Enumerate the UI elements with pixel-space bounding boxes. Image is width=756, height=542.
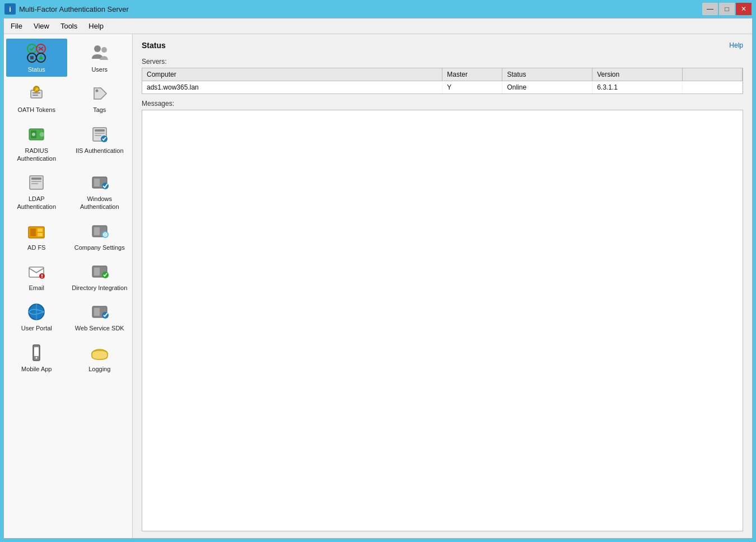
- main-panel: Status Help Servers: Computer Master Sta…: [133, 34, 752, 538]
- menu-item-tools[interactable]: Tools: [56, 20, 82, 32]
- svg-rect-30: [94, 179, 100, 186]
- svg-rect-23: [95, 135, 101, 136]
- panel-title: Status: [142, 41, 166, 50]
- logging-icon: [88, 342, 111, 364]
- cell-version: 6.3.1.1: [592, 81, 683, 94]
- windows-auth-label: Windows Authentication: [72, 195, 128, 211]
- company-settings-icon: [88, 220, 111, 242]
- company-settings-label: Company Settings: [74, 244, 125, 251]
- sidebar: Status Users 🔑 OATH Tokens Tags RADIUS A…: [4, 34, 133, 538]
- iis-auth-label: IIS Authentication: [76, 147, 124, 155]
- menu-item-view[interactable]: View: [29, 20, 54, 32]
- mobile-app-label: Mobile App: [21, 365, 52, 373]
- servers-table: Computer Master Status Version ads1.wow3…: [142, 68, 743, 94]
- col-version: Version: [592, 68, 683, 81]
- status-icon: [25, 42, 48, 64]
- svg-rect-45: [94, 268, 100, 275]
- col-master: Master: [442, 68, 502, 81]
- ad-fs-label: AD FS: [27, 244, 45, 251]
- cell-extra: [682, 81, 742, 94]
- cell-computer: ads1.wow365.lan: [142, 81, 442, 94]
- tags-label: Tags: [93, 106, 106, 114]
- sidebar-item-status[interactable]: Status: [6, 39, 67, 77]
- svg-rect-33: [30, 228, 36, 236]
- sidebar-item-users[interactable]: Users: [69, 39, 130, 77]
- sidebar-item-email[interactable]: Email: [6, 257, 67, 295]
- svg-rect-37: [94, 227, 100, 235]
- sidebar-item-company-settings[interactable]: Company Settings: [69, 217, 130, 255]
- web-service-sdk-label: Web Service SDK: [75, 324, 124, 332]
- help-link[interactable]: Help: [729, 41, 743, 49]
- sidebar-item-windows-auth[interactable]: Windows Authentication: [69, 168, 130, 214]
- svg-rect-50: [94, 308, 100, 316]
- messages-label: Messages:: [142, 100, 743, 108]
- web-service-sdk-icon: [88, 301, 111, 323]
- sidebar-item-ldap-auth[interactable]: LDAP Authentication: [6, 168, 67, 214]
- users-label: Users: [91, 66, 108, 73]
- iis-auth-icon: [88, 123, 111, 146]
- svg-text:🔑: 🔑: [34, 87, 39, 92]
- col-computer: Computer: [142, 68, 442, 81]
- col-status: Status: [502, 68, 592, 81]
- svg-rect-22: [95, 133, 105, 134]
- sidebar-item-logging[interactable]: Logging: [69, 338, 130, 376]
- col-extra: [682, 68, 742, 81]
- radius-auth-icon: [25, 123, 48, 146]
- svg-point-15: [95, 90, 98, 92]
- sidebar-item-oath-tokens[interactable]: 🔑 OATH Tokens: [6, 79, 67, 117]
- cell-master: Y: [442, 81, 502, 94]
- svg-point-43: [41, 277, 43, 278]
- sidebar-item-user-portal[interactable]: User Portal: [6, 297, 67, 335]
- svg-rect-26: [31, 177, 41, 180]
- title-bar: i Multi-Factor Authentication Server — □…: [0, 0, 756, 18]
- app-icon: i: [4, 3, 16, 15]
- svg-rect-14: [32, 95, 38, 96]
- directory-integration-icon: [88, 260, 111, 283]
- user-portal-icon: [25, 301, 48, 323]
- sidebar-item-radius-auth[interactable]: RADIUS Authentication: [6, 120, 67, 166]
- menu-item-file[interactable]: File: [6, 20, 27, 32]
- email-icon: [25, 260, 48, 283]
- svg-rect-21: [95, 129, 105, 132]
- close-button[interactable]: ✕: [736, 3, 752, 15]
- svg-point-0: [27, 44, 36, 53]
- sidebar-item-ad-fs[interactable]: AD FS: [6, 217, 67, 255]
- servers-section: Servers: Computer Master Status Version: [142, 58, 743, 94]
- content-area: Status Users 🔑 OATH Tokens Tags RADIUS A…: [4, 34, 752, 538]
- svg-point-54: [36, 357, 38, 358]
- users-icon: [88, 42, 111, 64]
- sidebar-item-tags[interactable]: Tags: [69, 79, 130, 117]
- sidebar-item-iis-auth[interactable]: IIS Authentication: [69, 120, 130, 166]
- svg-rect-42: [41, 274, 43, 277]
- oath-tokens-icon: 🔑: [25, 82, 48, 105]
- title-bar-left: i Multi-Factor Authentication Server: [4, 3, 129, 15]
- sidebar-item-web-service-sdk[interactable]: Web Service SDK: [69, 297, 130, 335]
- ad-fs-icon: [25, 220, 48, 242]
- sidebar-item-mobile-app[interactable]: Mobile App: [6, 338, 67, 376]
- window-title: Multi-Factor Authentication Server: [19, 5, 129, 13]
- radius-auth-label: RADIUS Authentication: [8, 147, 65, 163]
- menu-item-help[interactable]: Help: [84, 20, 108, 32]
- user-portal-label: User Portal: [21, 324, 52, 332]
- sidebar-item-directory-integration[interactable]: Directory Integration: [69, 257, 130, 295]
- svg-point-19: [32, 133, 35, 136]
- main-window: FileViewToolsHelp Status Users 🔑 OATH T: [3, 18, 753, 539]
- svg-rect-35: [38, 233, 43, 236]
- svg-point-9: [101, 47, 107, 53]
- email-label: Email: [29, 284, 44, 292]
- svg-rect-53: [34, 347, 39, 356]
- svg-point-39: [104, 233, 106, 235]
- ldap-auth-label: LDAP Authentication: [8, 195, 65, 211]
- svg-rect-5: [30, 56, 34, 59]
- svg-point-18: [40, 132, 44, 137]
- svg-rect-13: [32, 92, 40, 94]
- servers-table-container: Computer Master Status Version ads1.wow3…: [142, 68, 743, 94]
- windows-auth-icon: [88, 171, 111, 194]
- table-row: ads1.wow365.lanYOnline6.3.1.1: [142, 81, 743, 94]
- directory-integration-label: Directory Integration: [72, 284, 127, 292]
- logging-label: Logging: [88, 365, 110, 373]
- table-header-row: Computer Master Status Version: [142, 68, 743, 81]
- minimize-button[interactable]: —: [702, 3, 718, 15]
- servers-label: Servers:: [142, 58, 743, 66]
- maximize-button[interactable]: □: [719, 3, 735, 15]
